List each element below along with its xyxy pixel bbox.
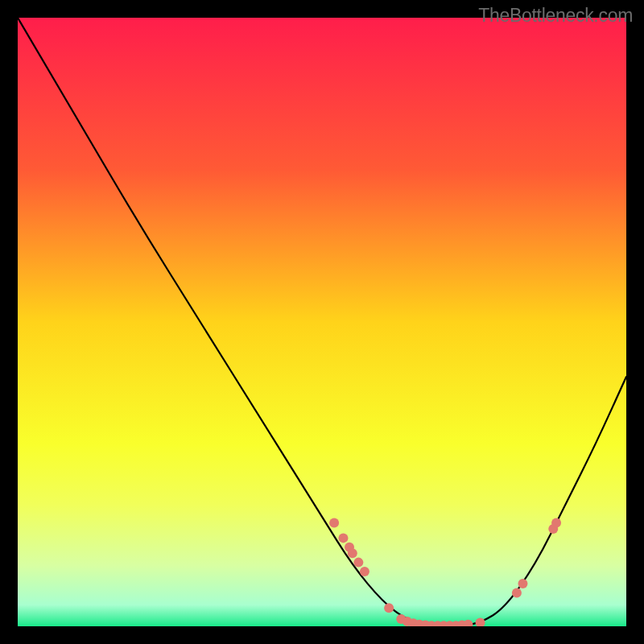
scatter-dot: [348, 548, 357, 558]
gradient-background: [18, 18, 626, 626]
scatter-dot: [353, 558, 363, 568]
chart-svg: [18, 18, 626, 626]
attribution-text: TheBottleneck.com: [478, 5, 633, 27]
scatter-dot: [329, 518, 339, 527]
scatter-dot: [551, 518, 561, 527]
scatter-dot: [384, 603, 394, 613]
scatter-dot: [338, 533, 348, 543]
chart-frame: TheBottleneck.com: [0, 0, 644, 644]
scatter-dot: [360, 567, 369, 576]
plot-area: [18, 18, 626, 626]
scatter-dot: [518, 579, 527, 588]
scatter-dot: [512, 588, 522, 597]
